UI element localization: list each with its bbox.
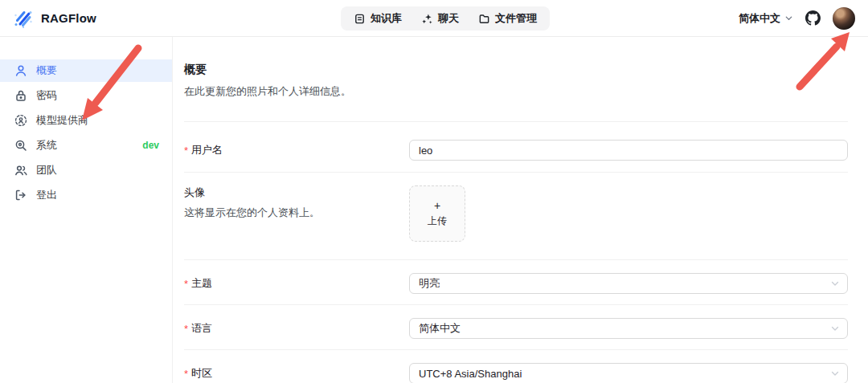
chevron-down-icon — [830, 324, 840, 333]
required-mark: * — [184, 278, 188, 290]
dev-badge: dev — [142, 140, 159, 151]
required-mark: * — [184, 368, 188, 380]
file-management-icon — [478, 13, 490, 25]
language-selector[interactable]: 简体中文 — [739, 11, 793, 26]
nav-knowledge-base[interactable]: 知识库 — [346, 9, 410, 28]
sidebar-item-model-providers[interactable]: 模型提供商 — [0, 109, 172, 132]
top-bar: RAGFlow 知识库 聊天 — [0, 0, 868, 37]
topbar-right: 简体中文 — [739, 7, 855, 30]
language-selector-value: 简体中文 — [739, 11, 780, 26]
avatar-description: 这将显示在您的个人资料上。 — [184, 206, 409, 220]
nav-label: 聊天 — [438, 11, 459, 26]
required-mark: * — [184, 145, 188, 157]
theme-select[interactable]: 明亮 — [409, 273, 848, 294]
chevron-down-icon — [784, 14, 793, 22]
team-icon — [14, 164, 27, 177]
system-search-icon — [14, 139, 27, 152]
avatar-label-block: 头像 这将显示在您的个人资料上。 — [184, 185, 409, 220]
sidebar-item-label: 概要 — [36, 63, 57, 78]
app-brand[interactable]: RAGFlow — [13, 8, 96, 29]
avatar-row: 头像 这将显示在您的个人资料上。 + 上传 — [184, 173, 848, 259]
username-row: * 用户名 — [184, 122, 848, 172]
knowledge-base-icon — [354, 13, 366, 25]
username-input[interactable] — [409, 140, 848, 161]
required-mark: * — [184, 323, 188, 335]
github-icon[interactable] — [805, 10, 821, 26]
language-select[interactable]: 简体中文 — [409, 318, 848, 339]
sidebar-item-label: 模型提供商 — [36, 113, 88, 128]
chat-icon — [421, 13, 433, 25]
page-body: 概要 密码 模型提供商 系统 dev 团 — [0, 37, 868, 383]
nav-file-management[interactable]: 文件管理 — [470, 9, 545, 28]
language-select-value: 简体中文 — [419, 321, 461, 336]
theme-select-value: 明亮 — [419, 276, 440, 291]
language-label: * 语言 — [184, 321, 409, 336]
timezone-label: * 时区 — [184, 366, 409, 381]
lock-icon — [14, 89, 27, 102]
user-icon — [14, 64, 27, 77]
avatar-upload-button[interactable]: + 上传 — [409, 185, 465, 242]
model-providers-icon — [14, 114, 27, 127]
logout-icon — [14, 189, 27, 202]
profile-settings-panel: 概要 在此更新您的照片和个人详细信息。 * 用户名 头像 这将显示在您的个人资料… — [173, 37, 868, 383]
chevron-down-icon — [830, 279, 840, 288]
nav-label: 文件管理 — [495, 11, 537, 26]
timezone-select[interactable]: UTC+8 Asia/Shanghai — [409, 363, 848, 383]
theme-row: * 主题 明亮 — [184, 260, 848, 304]
plus-icon: + — [434, 200, 440, 211]
sidebar-item-overview[interactable]: 概要 — [0, 59, 172, 82]
settings-sidebar: 概要 密码 模型提供商 系统 dev 团 — [0, 37, 173, 383]
sidebar-item-logout[interactable]: 登出 — [0, 184, 172, 206]
main-nav: 知识库 聊天 文件管理 — [341, 6, 550, 31]
sidebar-item-label: 密码 — [36, 88, 57, 103]
app-title: RAGFlow — [41, 11, 96, 25]
sidebar-item-team[interactable]: 团队 — [0, 159, 172, 181]
ragflow-logo-icon — [13, 8, 34, 29]
username-label: * 用户名 — [184, 143, 409, 157]
avatar-label: 头像 — [184, 185, 409, 200]
nav-label: 知识库 — [371, 11, 402, 26]
chevron-down-icon — [830, 369, 840, 378]
nav-chat[interactable]: 聊天 — [413, 9, 467, 28]
sidebar-item-label: 登出 — [36, 188, 57, 202]
sidebar-item-label: 系统 — [36, 138, 57, 153]
sidebar-item-label: 团队 — [36, 163, 57, 177]
sidebar-item-system[interactable]: 系统 dev — [0, 134, 172, 157]
theme-label: * 主题 — [184, 276, 409, 291]
page-title: 概要 — [184, 63, 848, 77]
sidebar-item-password[interactable]: 密码 — [0, 84, 172, 107]
user-avatar[interactable] — [833, 7, 855, 30]
upload-label: 上传 — [428, 214, 447, 228]
timezone-select-value: UTC+8 Asia/Shanghai — [419, 368, 522, 380]
page-subtitle: 在此更新您的照片和个人详细信息。 — [184, 84, 848, 99]
language-row: * 语言 简体中文 — [184, 305, 848, 349]
timezone-row: * 时区 UTC+8 Asia/Shanghai — [184, 350, 848, 383]
